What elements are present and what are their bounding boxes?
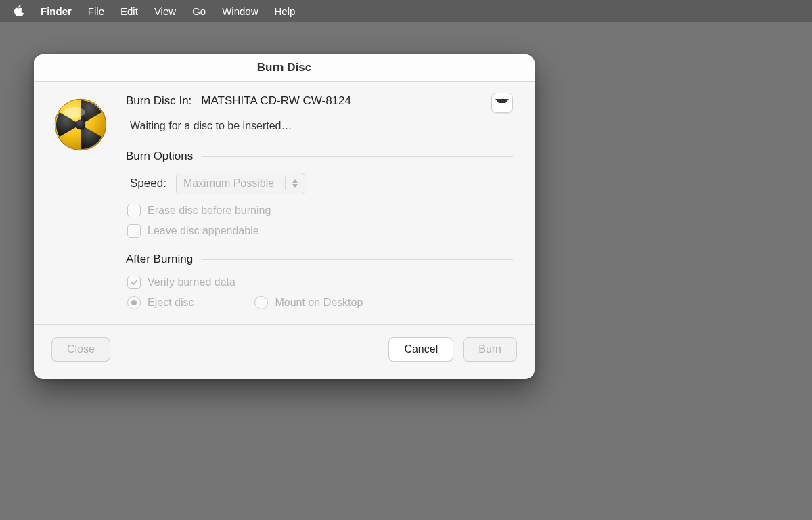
burn-disc-dialog: Burn Disc bbox=[34, 54, 535, 379]
mount-radio[interactable] bbox=[254, 296, 268, 309]
menubar-app[interactable]: Finder bbox=[41, 5, 72, 17]
cancel-button-label: Cancel bbox=[404, 343, 438, 355]
drive-select-button[interactable] bbox=[491, 93, 513, 113]
updown-icon bbox=[292, 179, 298, 188]
menu-window[interactable]: Window bbox=[222, 5, 258, 17]
burn-button-label: Burn bbox=[478, 343, 501, 355]
eject-radio[interactable] bbox=[127, 296, 141, 309]
svg-point-1 bbox=[76, 120, 86, 130]
chevron-down-icon bbox=[495, 99, 509, 107]
menu-file[interactable]: File bbox=[88, 5, 104, 17]
close-button[interactable]: Close bbox=[51, 337, 110, 362]
check-icon bbox=[131, 279, 138, 286]
speed-select[interactable]: Maximum Possible bbox=[176, 173, 305, 194]
mount-label: Mount on Desktop bbox=[275, 297, 363, 309]
dialog-titlebar: Burn Disc bbox=[34, 54, 535, 82]
speed-value: Maximum Possible bbox=[183, 177, 274, 190]
menu-edit[interactable]: Edit bbox=[120, 5, 138, 17]
eject-label: Eject disc bbox=[148, 297, 194, 309]
appendable-checkbox[interactable] bbox=[127, 224, 141, 238]
dialog-title: Burn Disc bbox=[257, 61, 311, 74]
status-text: Waiting for a disc to be inserted… bbox=[130, 120, 513, 132]
verify-label: Verify burned data bbox=[148, 276, 235, 288]
apple-menu-icon[interactable] bbox=[14, 5, 24, 17]
menu-go[interactable]: Go bbox=[192, 5, 206, 17]
after-burning-heading: After Burning bbox=[126, 253, 513, 266]
speed-label: Speed: bbox=[130, 177, 166, 190]
burn-button[interactable]: Burn bbox=[463, 337, 517, 362]
menu-help[interactable]: Help bbox=[275, 5, 296, 17]
burn-options-heading-text: Burn Options bbox=[126, 150, 193, 163]
close-button-label: Close bbox=[67, 343, 95, 355]
menubar: Finder File Edit View Go Window Help bbox=[0, 0, 812, 22]
drive-label: Burn Disc In: bbox=[126, 94, 191, 108]
svg-point-2 bbox=[63, 107, 85, 118]
after-burning-heading-text: After Burning bbox=[126, 253, 193, 266]
erase-checkbox[interactable] bbox=[127, 204, 141, 217]
cancel-button[interactable]: Cancel bbox=[388, 337, 453, 362]
erase-label: Erase disc before burning bbox=[148, 204, 271, 217]
appendable-label: Leave disc appendable bbox=[148, 225, 259, 237]
verify-checkbox[interactable] bbox=[127, 276, 141, 289]
divider bbox=[202, 259, 513, 260]
burn-icon bbox=[53, 97, 108, 152]
burn-options-heading: Burn Options bbox=[126, 150, 513, 163]
divider bbox=[202, 156, 513, 157]
menu-view[interactable]: View bbox=[154, 5, 176, 17]
drive-value: MATSHITA CD-RW CW-8124 bbox=[201, 94, 351, 108]
